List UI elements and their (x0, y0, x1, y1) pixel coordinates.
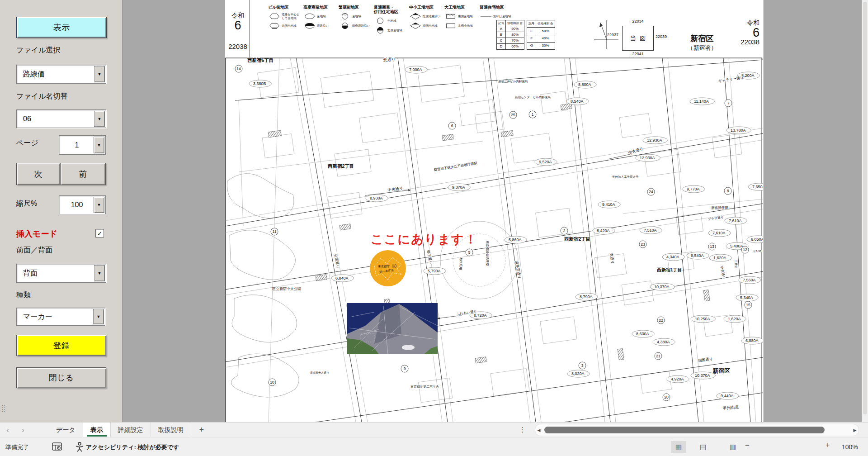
zoom-in-button[interactable]: + (826, 441, 830, 450)
map-label: 学校法人工学院大学 (612, 175, 639, 179)
sheet-tab-data[interactable]: データ (49, 423, 83, 437)
file-select-combo[interactable]: 路線価 ▼ (16, 65, 106, 84)
file-select-value: 路線価 (17, 70, 93, 79)
price-label: 10,370A (654, 285, 670, 289)
here-callout-text[interactable]: ここにあります！ (371, 232, 477, 246)
page-layout-view-icon[interactable]: ▤ (695, 441, 711, 453)
station-entrance-hatch (268, 130, 281, 138)
map-label: 東通り (609, 253, 615, 265)
numbered-circle-label: 10 (270, 380, 274, 385)
scroll-right-icon[interactable]: ▶ (851, 428, 859, 432)
scale-value: 100 (59, 201, 93, 209)
map-label: 公5-38 (753, 250, 762, 252)
numbered-circle-label: 20 (664, 395, 669, 399)
map-label: 東京都議会議事堂 (486, 241, 489, 266)
price-label: 4,920A (671, 377, 684, 381)
close-button[interactable]: 閉じる (16, 367, 106, 388)
price-label: 8,930A (370, 196, 383, 200)
horizontal-scrollbar-thumb[interactable] (544, 427, 825, 433)
building-outline (321, 71, 374, 108)
numbered-circle-label: 11 (273, 229, 277, 234)
status-bar: 準備完了 アクセシビリティ: 検討が必要です ▦ ▤ ▥ − + 100% (0, 437, 868, 456)
price-label: 1,620A (728, 317, 741, 321)
display-button[interactable]: 表示 (16, 17, 107, 38)
panel-resize-dots[interactable]: ∷∷ (2, 404, 5, 413)
inserted-photo[interactable] (347, 303, 438, 354)
accessibility-status[interactable]: アクセシビリティ: 検討が必要です (86, 443, 179, 451)
price-label: 12,930A (640, 156, 655, 160)
street-line-minor (668, 58, 704, 422)
add-sheet-button[interactable]: + (191, 423, 212, 437)
price-label: 9,410A (602, 202, 615, 207)
kind-combo[interactable]: マーカー ▼ (16, 308, 105, 326)
chevron-down-icon[interactable]: ▼ (94, 111, 105, 127)
map-label: 中央通り (720, 266, 726, 280)
vertical-scrollbar[interactable] (862, 0, 868, 422)
sheet-tab-shousai[interactable]: 詳細設定 (111, 423, 151, 437)
map-label: 西新宿2丁目 (327, 163, 354, 169)
sheet-tab-hyouji[interactable]: 表示 (83, 423, 111, 437)
chevron-down-icon[interactable]: ▼ (93, 309, 104, 324)
price-label: 1,620A (713, 256, 726, 260)
page-combo[interactable]: 1 ▼ (59, 135, 106, 155)
station-entrance-hatch (442, 134, 453, 141)
map-label: 新宿郵便局 (711, 206, 728, 210)
front-back-combo[interactable]: 背面 ▼ (16, 264, 106, 283)
tab-overflow-icon[interactable]: ⋮ (519, 426, 526, 434)
map-label: プラザ通り (708, 215, 724, 221)
prev-button[interactable]: 前 (60, 163, 106, 185)
insert-mode-checkbox[interactable]: ✓ (95, 229, 104, 238)
chevron-down-icon[interactable]: ▼ (94, 137, 104, 153)
page-break-view-icon[interactable]: ▥ (725, 441, 741, 453)
building-outline (622, 281, 654, 305)
file-switch-combo[interactable]: 06 ▼ (16, 109, 106, 128)
macro-record-icon[interactable] (52, 442, 62, 451)
scroll-left-icon[interactable]: ◀ (535, 428, 542, 432)
street-line-minor (269, 58, 279, 422)
price-label: 8,420A (597, 228, 610, 233)
price-label: 10,370A (695, 373, 710, 378)
map-label: 都庁通り (426, 249, 434, 265)
building-outline (540, 91, 567, 113)
scale-label: 縮尺% (16, 199, 37, 209)
map-label: 東京都庁第二本庁舎 (410, 385, 439, 389)
building-outline (262, 134, 294, 158)
register-button[interactable]: 登録 (16, 335, 106, 356)
price-label: 4,340A (666, 255, 679, 259)
kind-label: 種類 (16, 290, 31, 300)
price-label: 7,650A (752, 185, 763, 189)
station-entrance-hatch (340, 224, 351, 230)
next-button[interactable]: 次 (16, 163, 60, 185)
scale-combo[interactable]: 100 ▼ (59, 195, 106, 214)
tab-scroll-right-icon[interactable]: › (15, 423, 31, 437)
price-label: 7,610A (712, 231, 726, 235)
zoom-percentage[interactable]: 100% (842, 443, 858, 451)
price-label: 8,540A (571, 99, 584, 104)
street-line-minor (225, 277, 763, 367)
highlight-marker[interactable]: 東京都庁8第一本庁舎 (370, 250, 406, 286)
chevron-down-icon[interactable]: ▼ (94, 66, 105, 82)
chevron-down-icon[interactable]: ▼ (94, 265, 105, 281)
horizontal-scrollbar[interactable]: ◀ ▶ (535, 424, 859, 436)
numbered-circle-label: 23 (641, 242, 645, 247)
map-label: 都民広場 (459, 257, 462, 270)
price-label: 7,510A (644, 228, 657, 233)
kind-value: マーカー (17, 312, 92, 322)
price-label: 5,790A (428, 269, 441, 273)
tab-scroll-left-icon[interactable]: ‹ (0, 423, 15, 437)
numbered-circle-label: 3 (581, 363, 584, 368)
building-outline (418, 378, 453, 402)
chevron-down-icon[interactable]: ▼ (94, 197, 104, 213)
normal-view-icon[interactable]: ▦ (671, 441, 686, 453)
insert-mode-label: 挿入モード (16, 228, 57, 239)
accessibility-icon[interactable] (75, 442, 84, 452)
price-label: 8,790A (580, 294, 593, 299)
map-label: 北通り (383, 57, 396, 62)
vertical-scrollbar-thumb[interactable] (863, 2, 867, 414)
numbered-circle-label: 24 (649, 190, 653, 194)
sheet-tab-toriatsukai[interactable]: 取扱説明 (151, 423, 191, 437)
map-label: 東京観光大通り (310, 371, 329, 375)
zoom-out-button[interactable]: − (745, 441, 750, 450)
map-label: ギャラリー通り (718, 75, 744, 83)
street-line-minor (302, 58, 368, 422)
